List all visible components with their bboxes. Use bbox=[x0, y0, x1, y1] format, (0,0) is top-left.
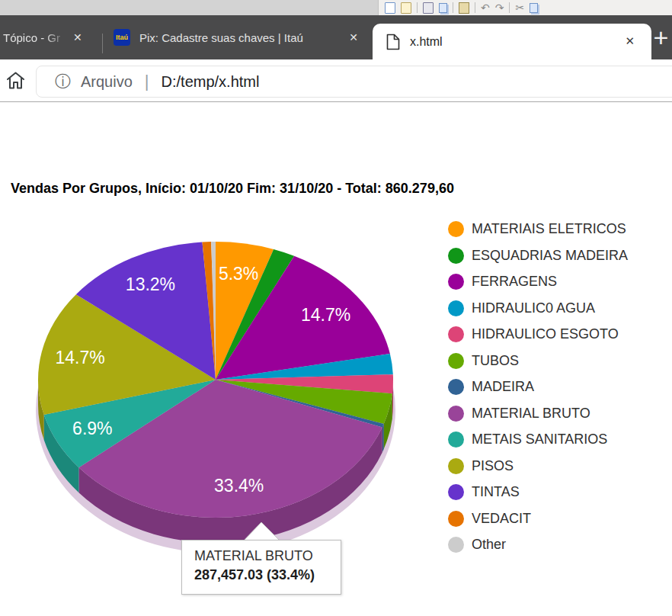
tab-title: x.html bbox=[410, 35, 443, 49]
address-field[interactable]: ⓘ Arquivo | D:/temp/x.html bbox=[36, 66, 672, 98]
tab-divider bbox=[102, 34, 103, 53]
legend-label: FERRAGENS bbox=[472, 274, 557, 290]
cut-icon[interactable]: ✂ bbox=[515, 2, 524, 14]
legend-swatch bbox=[448, 537, 464, 553]
document-icon bbox=[386, 34, 400, 50]
legend-label: VEDACIT bbox=[472, 511, 531, 527]
clipboard-icon[interactable] bbox=[530, 3, 538, 13]
pie-percent-label: 33.4% bbox=[214, 476, 264, 496]
toolbar-separator bbox=[453, 2, 453, 13]
toolbar-separator bbox=[509, 2, 510, 13]
address-scheme-label: Arquivo bbox=[81, 73, 133, 91]
address-separator: | bbox=[145, 72, 149, 91]
close-tab-icon[interactable]: ✕ bbox=[622, 33, 638, 50]
legend-swatch bbox=[448, 458, 464, 474]
itau-favicon: Itaú bbox=[114, 29, 130, 46]
copy-icon[interactable] bbox=[439, 3, 447, 13]
legend-item-PISOS[interactable]: PISOS bbox=[448, 458, 628, 474]
redo-icon[interactable]: ↷ bbox=[495, 2, 504, 14]
legend-item-FERRAGENS[interactable]: FERRAGENS bbox=[448, 274, 628, 290]
address-url: D:/temp/x.html bbox=[162, 73, 260, 91]
legend-label: MATERIAL BRUTO bbox=[472, 406, 590, 422]
pie-percent-label: 13.2% bbox=[126, 274, 175, 294]
tab-topico[interactable]: Tópico - Gr ✕ bbox=[0, 15, 102, 59]
legend-swatch bbox=[448, 353, 464, 369]
background-app-toolbar: ↶ ↷ ✂ bbox=[378, 0, 672, 15]
legend-swatch bbox=[448, 300, 464, 316]
browser-tab-bar: Tópico - Gr ✕ Itaú Pix: Cadastre suas ch… bbox=[0, 15, 672, 59]
tooltip-slice-name: MATERIAL BRUTO bbox=[194, 548, 341, 564]
legend-label: HIDRAULICO ESGOTO bbox=[472, 326, 619, 342]
new-tab-button[interactable]: + bbox=[650, 15, 672, 59]
legend-swatch bbox=[448, 511, 464, 527]
legend-label: TINTAS bbox=[472, 484, 520, 500]
legend-label: Other bbox=[472, 537, 506, 553]
legend-label: ESQUADRIAS MADEIRA bbox=[472, 248, 628, 264]
legend-label: PISOS bbox=[472, 458, 514, 474]
pie-slice-side-MADEIRA bbox=[382, 424, 384, 452]
tab-title: Tópico - Gr bbox=[3, 31, 70, 44]
legend-item-METAIS SANITARIOS[interactable]: METAIS SANITARIOS bbox=[448, 432, 628, 448]
info-icon[interactable]: ⓘ bbox=[55, 74, 71, 90]
chart-tooltip: MATERIAL BRUTO 287,457.03 (33.4%) bbox=[181, 540, 341, 595]
page-content: 5.3%14.7%33.4%6.9%14.7%13.2% Vendas Por … bbox=[0, 103, 672, 616]
legend-label: TUBOS bbox=[472, 353, 519, 369]
legend-item-HIDRAULIC0 AGUA[interactable]: HIDRAULIC0 AGUA bbox=[448, 300, 628, 316]
background-app-strip: ↶ ↷ ✂ bbox=[0, 0, 672, 15]
pie-percent-label: 6.9% bbox=[72, 419, 112, 438]
new-document-icon[interactable] bbox=[385, 2, 395, 14]
tab-pix-itau[interactable]: Itaú Pix: Cadastre suas chaves | Itaú ✕ bbox=[104, 15, 370, 59]
legend-label: MATERIAIS ELETRICOS bbox=[472, 221, 626, 237]
address-bar: ⓘ Arquivo | D:/temp/x.html bbox=[0, 59, 672, 102]
legend-item-Other[interactable]: Other bbox=[448, 537, 628, 553]
legend-swatch bbox=[448, 221, 464, 237]
close-tab-icon[interactable]: ✕ bbox=[346, 29, 361, 46]
chart-legend: MATERIAIS ELETRICOSESQUADRIAS MADEIRAFER… bbox=[448, 221, 628, 563]
legend-item-VEDACIT[interactable]: VEDACIT bbox=[448, 511, 628, 527]
legend-label: HIDRAULIC0 AGUA bbox=[472, 300, 595, 316]
legend-swatch bbox=[448, 379, 464, 395]
screen: ↶ ↷ ✂ Tópico - Gr ✕ Itaú Pix: Cadastre s… bbox=[0, 0, 672, 616]
home-icon[interactable] bbox=[5, 70, 26, 91]
tooltip-slice-value: 287,457.03 (33.4%) bbox=[194, 567, 341, 583]
chart-title: Vendas Por Grupos, Início: 01/10/20 Fim:… bbox=[11, 181, 454, 197]
legend-item-MATERIAL BRUTO[interactable]: MATERIAL BRUTO bbox=[448, 406, 628, 422]
legend-item-MADEIRA[interactable]: MADEIRA bbox=[448, 379, 628, 395]
tab-xhtml-active[interactable]: x.html ✕ bbox=[373, 24, 651, 59]
pie-percent-label: 14.7% bbox=[55, 348, 104, 367]
tab-title: Pix: Cadastre suas chaves | Itaú bbox=[139, 31, 303, 44]
legend-item-TUBOS[interactable]: TUBOS bbox=[448, 353, 628, 369]
legend-item-MATERIAIS ELETRICOS[interactable]: MATERIAIS ELETRICOS bbox=[448, 221, 628, 237]
legend-label: MADEIRA bbox=[472, 379, 534, 395]
pie-percent-label: 5.3% bbox=[219, 264, 258, 284]
toolbar-separator bbox=[417, 2, 418, 13]
legend-item-HIDRAULICO ESGOTO[interactable]: HIDRAULICO ESGOTO bbox=[448, 326, 628, 342]
legend-item-ESQUADRIAS MADEIRA[interactable]: ESQUADRIAS MADEIRA bbox=[448, 248, 628, 264]
pie-percent-label: 14.7% bbox=[301, 305, 350, 325]
save-icon[interactable] bbox=[423, 2, 434, 14]
legend-item-TINTAS[interactable]: TINTAS bbox=[448, 484, 628, 500]
legend-swatch bbox=[448, 432, 464, 448]
undo-icon[interactable]: ↶ bbox=[481, 2, 490, 14]
open-document-icon[interactable] bbox=[401, 2, 411, 14]
legend-swatch bbox=[448, 248, 464, 264]
close-tab-icon[interactable]: ✕ bbox=[70, 29, 85, 46]
legend-swatch bbox=[448, 406, 464, 422]
toolbar-separator bbox=[475, 2, 475, 13]
legend-swatch bbox=[448, 484, 464, 500]
legend-swatch bbox=[448, 326, 464, 342]
legend-label: METAIS SANITARIOS bbox=[472, 432, 607, 448]
legend-swatch bbox=[448, 274, 464, 290]
paste-icon[interactable] bbox=[459, 2, 469, 14]
